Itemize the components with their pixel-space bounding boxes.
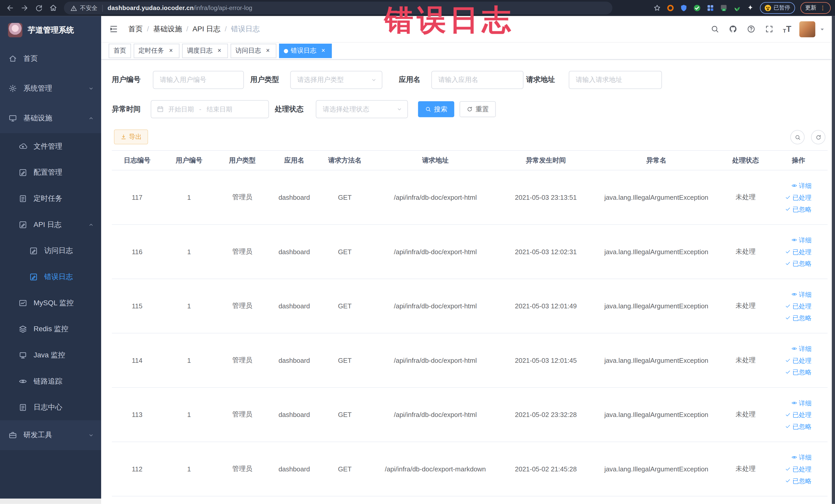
cell-status: 未处理	[721, 224, 770, 279]
address-bar[interactable]: 不安全 dashboard.yudao.iocoder.cn/infra/log…	[64, 2, 612, 14]
export-button[interactable]: 导出	[114, 129, 148, 144]
sidebar-item-log-center[interactable]: 日志中心	[0, 394, 101, 420]
help-icon[interactable]	[747, 24, 756, 33]
action-processed-link[interactable]: 已处理	[772, 409, 812, 421]
tags-view: 首页定时任务×调度日志×访问日志×错误日志×	[101, 43, 832, 60]
breadcrumb-item-1[interactable]: 首页	[128, 24, 143, 34]
ext-on-icon[interactable]: on	[719, 4, 728, 12]
ext-shield-icon[interactable]	[679, 4, 688, 12]
breadcrumb-item-2[interactable]: 基础设施	[153, 24, 182, 34]
tab-close-icon[interactable]: ×	[320, 47, 327, 55]
refresh-table-button[interactable]	[811, 130, 826, 144]
fullscreen-icon[interactable]	[765, 24, 774, 33]
tab-close-icon[interactable]: ×	[216, 47, 223, 55]
browser-home-icon[interactable]	[49, 4, 58, 12]
action-ignored-link[interactable]: 已忽略	[772, 258, 812, 269]
ext-sprout-icon[interactable]	[733, 4, 741, 12]
github-icon[interactable]	[729, 24, 737, 33]
action-label: 详细	[799, 454, 812, 461]
breadcrumb-item-3[interactable]: API 日志	[192, 24, 221, 34]
action-detail-link[interactable]: 详细	[772, 397, 812, 409]
sidebar-item-infrastructure[interactable]: 基础设施	[0, 103, 101, 133]
tab-调度日志[interactable]: 调度日志×	[182, 44, 228, 58]
request-url-input[interactable]	[569, 71, 662, 89]
action-ignored-link[interactable]: 已忽略	[772, 366, 812, 378]
tab-close-icon[interactable]: ×	[264, 47, 271, 55]
tab-label: 调度日志	[187, 46, 212, 55]
ext-green-check-icon[interactable]	[693, 4, 701, 12]
avatar-caret-icon[interactable]	[819, 26, 826, 32]
app-title: 芋道管理系统	[28, 25, 74, 35]
tab-定时任务[interactable]: 定时任务×	[134, 44, 179, 58]
sidebar-item-error-logs[interactable]: 错误日志	[0, 264, 101, 290]
user-id-input[interactable]	[153, 71, 244, 89]
browser-menu-icon[interactable]	[820, 5, 826, 11]
sidebar-item-label: 日志中心	[34, 402, 62, 412]
sidebar-item-system-management[interactable]: 系统管理	[0, 74, 101, 103]
sidebar-item-mysql-monitor[interactable]: MySQL 监控	[0, 290, 101, 316]
action-ignored-link[interactable]: 已忽略	[772, 312, 812, 324]
check-icon	[785, 303, 791, 309]
app-name-input[interactable]	[431, 71, 523, 89]
font-size-icon[interactable]: TT	[783, 25, 791, 33]
sidebar-item-scheduled-tasks[interactable]: 定时任务	[0, 185, 101, 211]
tab-错误日志[interactable]: 错误日志×	[279, 44, 332, 58]
action-detail-link[interactable]: 详细	[772, 234, 812, 246]
toggle-search-button[interactable]	[790, 130, 805, 144]
action-detail-link[interactable]: 详细	[772, 343, 812, 355]
browser-update-button[interactable]: 更新	[800, 2, 831, 14]
exception-time-range[interactable]: 开始日期 - 结束日期	[151, 100, 269, 118]
chevron-down-icon	[371, 77, 377, 83]
action-processed-link[interactable]: 已处理	[772, 355, 812, 366]
tab-首页[interactable]: 首页	[108, 44, 131, 58]
cell-id: 116	[112, 224, 162, 279]
sidebar-item-redis-monitor[interactable]: Redis 监控	[0, 316, 101, 342]
sidebar-item-api-logs[interactable]: API 日志	[0, 211, 101, 238]
sidebar-item-java-monitor[interactable]: Java 监控	[0, 342, 101, 368]
sidebar-item-file-management[interactable]: 文件管理	[0, 133, 101, 159]
sidebar-toggle-icon[interactable]	[108, 24, 119, 34]
cell-user_id: 1	[162, 279, 216, 333]
sidebar-menu: 首页系统管理基础设施文件管理配置管理定时任务API 日志访问日志错误日志MySQ…	[0, 44, 101, 499]
user-type-select[interactable]: 请选择用户类型	[290, 71, 383, 89]
action-detail-link[interactable]: 详细	[772, 180, 812, 191]
action-processed-link[interactable]: 已处理	[772, 463, 812, 475]
sidebar-item-home[interactable]: 首页	[0, 44, 101, 74]
sidebar-item-config-management[interactable]: 配置管理	[0, 159, 101, 185]
user-avatar[interactable]	[799, 21, 815, 37]
action-detail-link[interactable]: 详细	[772, 451, 812, 463]
breadcrumb-separator: /	[225, 25, 227, 33]
action-processed-link[interactable]: 已处理	[772, 191, 812, 203]
sidebar-item-dev-tools[interactable]: 研发工具	[0, 420, 101, 450]
browser-back-icon[interactable]	[6, 4, 14, 12]
process-status-label: 处理状态	[275, 100, 304, 118]
view-icon	[791, 291, 797, 297]
chevron-down-icon	[88, 432, 94, 439]
search-button[interactable]: 搜索	[418, 101, 454, 117]
browser-reload-icon[interactable]	[35, 4, 43, 12]
search-icon[interactable]	[711, 24, 719, 33]
tab-close-icon[interactable]: ×	[167, 47, 175, 55]
ext-orange-icon[interactable]	[666, 4, 674, 12]
sidebar-item-link-tracing[interactable]: 链路追踪	[0, 368, 101, 395]
sidebar-item-label: 系统管理	[23, 84, 52, 93]
content: 用户编号 用户类型 请选择用户类型 应用名 请求地址 异常时间 开始日期 - 结…	[101, 60, 832, 504]
sidebar-item-access-logs[interactable]: 访问日志	[0, 238, 101, 264]
action-detail-link[interactable]: 详细	[772, 288, 812, 300]
action-ignored-link[interactable]: 已忽略	[772, 203, 812, 215]
page-scrollbar[interactable]	[832, 16, 835, 504]
action-processed-link[interactable]: 已处理	[772, 246, 812, 258]
action-ignored-link[interactable]: 已忽略	[772, 421, 812, 432]
ext-grid-icon[interactable]	[706, 4, 714, 12]
action-ignored-link[interactable]: 已忽略	[772, 475, 812, 487]
tab-访问日志[interactable]: 访问日志×	[230, 44, 276, 58]
bookmark-star-icon[interactable]	[652, 4, 661, 12]
home-icon	[8, 55, 17, 63]
browser-profile-badge[interactable]: 已暂停	[759, 2, 795, 14]
reset-button[interactable]: 重置	[460, 101, 496, 117]
ext-star-icon[interactable]	[746, 4, 754, 12]
browser-forward-icon[interactable]	[20, 4, 29, 12]
process-status-select[interactable]: 请选择处理状态	[316, 100, 408, 118]
action-processed-link[interactable]: 已处理	[772, 300, 812, 312]
app-logo[interactable]: 芋道管理系统	[0, 16, 101, 44]
